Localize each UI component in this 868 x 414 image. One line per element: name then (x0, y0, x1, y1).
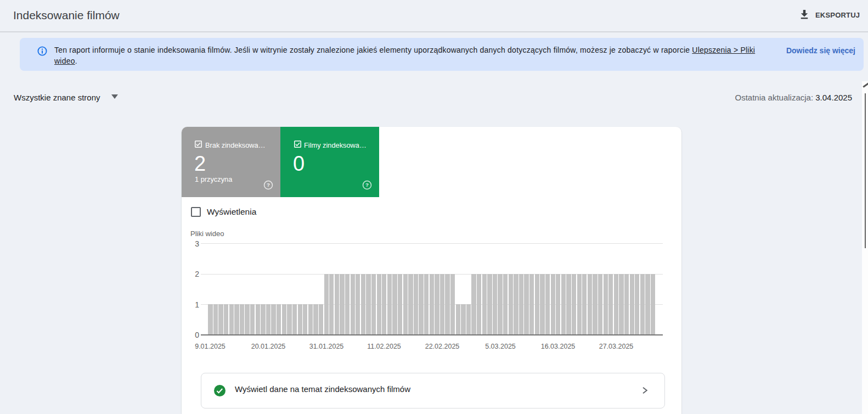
svg-text:?: ? (267, 182, 270, 188)
svg-text:?: ? (365, 182, 369, 188)
